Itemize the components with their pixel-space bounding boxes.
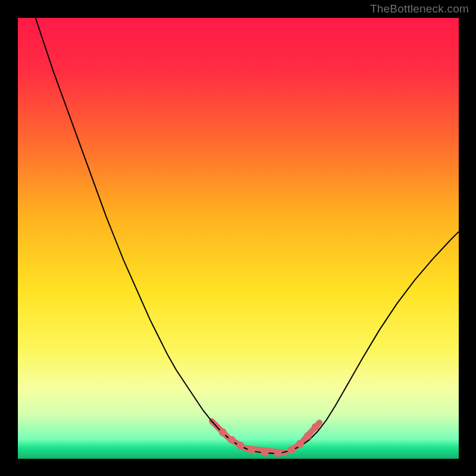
svg-point-9	[312, 423, 320, 431]
chart-background	[18, 18, 459, 459]
svg-point-3	[248, 446, 255, 454]
svg-point-8	[304, 432, 312, 440]
svg-point-2	[237, 441, 245, 449]
chart-frame: TheBottleneck.com	[0, 0, 476, 476]
svg-point-7	[296, 440, 304, 447]
svg-point-1	[228, 436, 236, 444]
chart-plot	[18, 18, 459, 459]
svg-point-0	[219, 428, 227, 436]
svg-point-5	[274, 449, 282, 457]
svg-point-6	[287, 446, 295, 454]
watermark-text: TheBottleneck.com	[370, 2, 469, 15]
svg-point-4	[261, 449, 268, 456]
